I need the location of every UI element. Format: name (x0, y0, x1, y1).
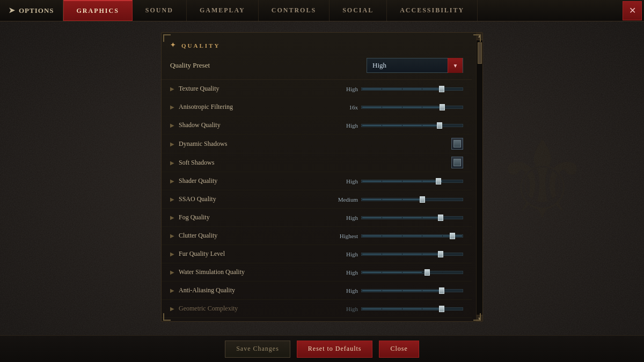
slider-container[interactable] (361, 85, 463, 93)
slider-segment (362, 107, 382, 108)
slider-thumb[interactable] (439, 306, 444, 312)
slider-segments (362, 124, 463, 127)
checkbox-container[interactable] (451, 157, 463, 168)
slider-track (361, 124, 463, 127)
slider-container[interactable] (361, 269, 463, 276)
reset-defaults-button[interactable]: Reset to Defaults (297, 341, 373, 358)
panel-inner: ▲ ▼ ✦ QUALITY Quality Preset High ▼ (162, 33, 482, 322)
tab-social[interactable]: SOCIAL (330, 0, 387, 21)
quality-preset-select[interactable]: High ▼ (367, 58, 463, 73)
slider-container[interactable] (361, 232, 463, 240)
checkbox-box[interactable] (451, 157, 463, 168)
nav-tabs: GRAPHICS SOUND GAMEPLAY CONTROLS SOCIAL … (63, 0, 623, 21)
setting-value: High (328, 122, 358, 129)
close-button[interactable]: Close (379, 341, 419, 358)
slider-segment (402, 181, 422, 182)
slider-thumb[interactable] (425, 269, 430, 276)
back-arrow-icon: ➤ (9, 6, 16, 15)
slider-thumb[interactable] (450, 233, 455, 239)
slider-segment (382, 272, 401, 273)
setting-label: Water Simulation Quality (179, 268, 328, 276)
slider-segment (443, 308, 462, 309)
slider-segment (362, 125, 382, 126)
tab-controls[interactable]: CONTROLS (259, 0, 330, 21)
setting-label: Fog Quality (179, 213, 328, 221)
row-arrow-icon: ▶ (170, 160, 174, 166)
setting-value: High (328, 306, 358, 312)
slider-segment (402, 107, 422, 108)
slider-container[interactable] (361, 250, 463, 258)
slider-segment (382, 125, 401, 126)
slider-thumb[interactable] (436, 178, 441, 184)
slider-segment (402, 235, 422, 237)
slider-container[interactable] (361, 104, 463, 111)
close-icon: ✕ (629, 5, 636, 16)
slider-container[interactable] (361, 287, 463, 294)
tab-accessibility[interactable]: ACCESSIBILITY (387, 0, 478, 21)
setting-value: Medium (328, 196, 358, 203)
slider-thumb[interactable] (439, 86, 444, 92)
nav-close-button[interactable]: ✕ (623, 1, 642, 20)
setting-label: Fur Quality Level (179, 250, 328, 258)
slider-segment (443, 107, 462, 108)
slider-segment (382, 235, 401, 237)
slider-thumb[interactable] (438, 215, 443, 221)
setting-label: Texture Quality (179, 85, 328, 93)
slider-segment (402, 290, 422, 291)
setting-row: ▶Shadow QualityHigh (162, 116, 472, 135)
tab-sound[interactable]: SOUND (133, 0, 187, 21)
slider-segment (443, 125, 462, 126)
slider-segment (422, 199, 442, 200)
slider-segment (402, 88, 422, 90)
scroll-down-button[interactable]: ▼ (477, 315, 483, 322)
tab-gameplay[interactable]: GAMEPLAY (187, 0, 259, 21)
slider-thumb[interactable] (420, 196, 425, 203)
scroll-up-button[interactable]: ▲ (477, 33, 483, 40)
scrollbar[interactable]: ▲ ▼ (476, 33, 482, 322)
back-button[interactable]: ➤ OPTIONS (0, 0, 63, 21)
quality-preset-dropdown-icon: ▼ (448, 58, 463, 73)
slider-segment (362, 272, 382, 273)
setting-row: ▶Shader QualityHigh (162, 172, 472, 190)
setting-row: ▶Texture QualityHigh (162, 80, 472, 98)
slider-segments (362, 217, 463, 219)
slider-thumb[interactable] (440, 104, 445, 110)
setting-row: ▶Fur Quality LevelHigh (162, 245, 472, 263)
slider-track (361, 271, 463, 274)
section-header-quality: ✦ QUALITY (162, 37, 472, 54)
slider-container[interactable] (361, 305, 463, 313)
tab-graphics[interactable]: GRAPHICS (63, 0, 133, 21)
slider-segment (402, 217, 422, 218)
save-changes-button[interactable]: Save Changes (225, 341, 290, 358)
row-arrow-icon: ▶ (170, 269, 174, 275)
setting-value: 16x (328, 104, 358, 110)
slider-segment (402, 308, 422, 309)
slider-container[interactable] (361, 214, 463, 221)
slider-segment (443, 272, 462, 273)
slider-thumb[interactable] (437, 122, 442, 129)
scroll-thumb[interactable] (478, 42, 482, 64)
slider-segment (402, 125, 422, 126)
setting-row: ▶Dynamic Shadows (162, 135, 472, 153)
row-arrow-icon: ▶ (170, 233, 174, 239)
quality-preset-row: Quality Preset High ▼ (162, 54, 472, 80)
settings-rows-container: ▶Texture QualityHigh▶Anisotropic Filteri… (162, 80, 472, 318)
slider-thumb[interactable] (438, 251, 443, 257)
slider-track (361, 87, 463, 91)
slider-track (361, 216, 463, 219)
bottom-bar: Save Changes Reset to Defaults Close (0, 335, 644, 362)
checkbox-box[interactable] (451, 138, 463, 150)
setting-value: High (328, 178, 358, 184)
slider-container[interactable] (361, 122, 463, 129)
slider-segment (362, 199, 382, 200)
slider-track (361, 307, 463, 311)
setting-row: ▶Fog QualityHigh (162, 209, 472, 227)
checkbox-inner (453, 140, 461, 147)
slider-container[interactable] (361, 196, 463, 203)
slider-thumb[interactable] (439, 287, 444, 294)
checkbox-container[interactable] (451, 138, 463, 150)
slider-track (361, 253, 463, 256)
slider-segment (443, 254, 462, 255)
slider-segments (362, 271, 463, 274)
slider-container[interactable] (361, 178, 463, 185)
